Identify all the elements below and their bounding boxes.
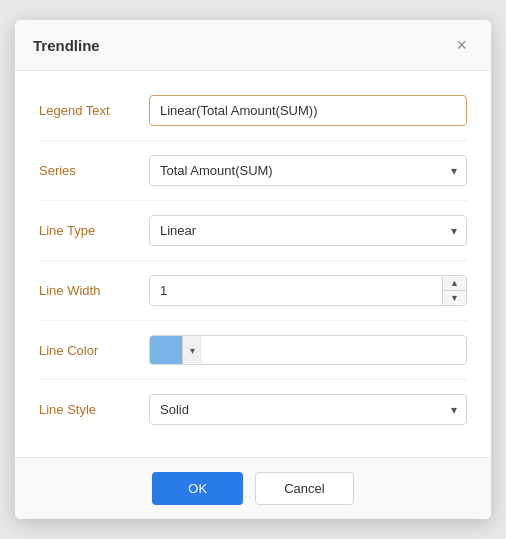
line-color-row: Line Color ▾ (39, 321, 467, 380)
legend-text-control (149, 95, 467, 126)
line-type-label: Line Type (39, 223, 149, 238)
color-dropdown-button[interactable]: ▾ (182, 336, 202, 364)
series-row: Series Total Amount(SUM) ▾ (39, 141, 467, 201)
line-style-select[interactable]: Solid Dashed Dotted (149, 394, 467, 425)
spinner-buttons: ▲ ▼ (442, 276, 466, 305)
spinner-up-button[interactable]: ▲ (443, 276, 466, 291)
legend-text-row: Legend Text (39, 81, 467, 141)
dialog-body: Legend Text Series Total Amount(SUM) ▾ L… (15, 71, 491, 457)
spinner-down-button[interactable]: ▼ (443, 291, 466, 305)
dialog-footer: OK Cancel (15, 457, 491, 519)
line-width-spinner: ▲ ▼ (149, 275, 467, 306)
legend-text-label: Legend Text (39, 103, 149, 118)
dialog-header: Trendline × (15, 20, 491, 71)
line-style-row: Line Style Solid Dashed Dotted ▾ (39, 380, 467, 439)
line-width-control: ▲ ▼ (149, 275, 467, 306)
trendline-dialog: Trendline × Legend Text Series Total Amo… (15, 20, 491, 519)
close-button[interactable]: × (450, 34, 473, 56)
line-color-control: ▾ (149, 335, 467, 365)
series-select[interactable]: Total Amount(SUM) (149, 155, 467, 186)
ok-button[interactable]: OK (152, 472, 243, 505)
dialog-title: Trendline (33, 37, 100, 54)
series-label: Series (39, 163, 149, 178)
line-type-control: Linear Exponential Polynomial Logarithmi… (149, 215, 467, 246)
color-swatch (150, 336, 182, 364)
line-style-control: Solid Dashed Dotted ▾ (149, 394, 467, 425)
line-type-select[interactable]: Linear Exponential Polynomial Logarithmi… (149, 215, 467, 246)
line-width-input[interactable] (150, 276, 442, 305)
line-width-row: Line Width ▲ ▼ (39, 261, 467, 321)
series-control: Total Amount(SUM) ▾ (149, 155, 467, 186)
cancel-button[interactable]: Cancel (255, 472, 353, 505)
line-style-label: Line Style (39, 402, 149, 417)
legend-text-input[interactable] (149, 95, 467, 126)
line-color-label: Line Color (39, 343, 149, 358)
line-width-label: Line Width (39, 283, 149, 298)
line-color-picker[interactable]: ▾ (149, 335, 467, 365)
line-type-row: Line Type Linear Exponential Polynomial … (39, 201, 467, 261)
